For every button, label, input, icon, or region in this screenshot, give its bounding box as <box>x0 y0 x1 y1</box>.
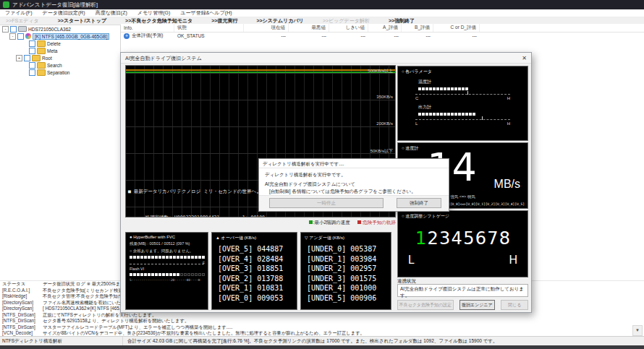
cd-eval-value: --- <box>433 32 480 40</box>
pause-button: 一時停止 <box>269 198 384 208</box>
buffer-remaining: 残量(MB) : 00501 / 00512 (097 %) <box>126 241 208 246</box>
popup-message: ディレクトリ構造解析を実行中です。 <box>265 172 346 178</box>
y-label-500: 500KB/s以上 <box>368 68 393 74</box>
over-row: [OVER_1]010831 <box>212 283 297 293</box>
under-values-panel: ▽ アンダー値 (KB/s) [UNDER_0]005387 [UNDER_1]… <box>300 232 391 310</box>
folder-checkbox[interactable] <box>29 62 35 69</box>
legend-green-marker <box>309 220 313 224</box>
scrollbar-down-button[interactable]: ▼ <box>632 325 643 336</box>
expand-icon[interactable]: + <box>16 55 22 61</box>
over-row: [OVER_0]009053 <box>212 293 297 303</box>
current-value: --- <box>244 32 289 40</box>
window-bottom-edge <box>0 345 644 349</box>
tree-node-separation[interactable]: Separation <box>0 69 120 76</box>
legend-red-marker <box>357 220 361 224</box>
bad-sector-settings-button: 不良セクタ危険予知の設定 <box>397 300 454 310</box>
folder-checkbox[interactable] <box>29 69 35 76</box>
over-row: [OVER_2]013788 <box>212 274 297 284</box>
over-title: ▲ オーバー値 (KB/s) <box>212 233 297 241</box>
output-meter-label: 出力計 <box>418 104 528 111</box>
over-row: [OVER_5]044887 <box>212 244 297 254</box>
output-low-label: L <box>415 121 418 126</box>
thermo-low-label: C <box>415 96 418 100</box>
ai-recovery-dialog: AI完全自動ドライブ復旧システム ✕ 500KB/s以上 350KB/s 200… <box>120 52 532 313</box>
tool-start-stop[interactable]: >>スタート/ストップ <box>58 17 106 25</box>
app-icon <box>3 1 9 8</box>
output-gauge <box>418 113 528 116</box>
drive-checkbox[interactable] <box>10 26 17 33</box>
folder-label: Search <box>47 63 62 68</box>
title-bar: アドバンストデータ復旧[論理解析] <box>0 0 644 9</box>
overall-eval-cell: + 全体評価(予測) <box>121 32 174 40</box>
y-label-200: 200KB/s <box>376 121 393 126</box>
log-row: [NTFS_DirScan]マスターファイルレコードテーブル(MFT)より、エラ… <box>0 324 644 331</box>
collapse-icon[interactable]: - <box>9 33 16 40</box>
shift-low-label: L <box>408 254 415 267</box>
popup-about-line: AI完全自動ドライブ復旧システムについて <box>265 181 355 188</box>
folder-checkbox[interactable] <box>29 40 35 47</box>
folder-icon <box>32 55 41 61</box>
volume-icon <box>25 33 31 39</box>
menu-bar: ファイル(F) データ復旧設定(R) 高度な復旧(Z) メモリ管理(G) ユーザ… <box>0 9 644 17</box>
y-label-350: 350KB/s <box>376 95 393 99</box>
shift-gauge-title: ○ 速度調整シフトゲージ <box>398 211 528 220</box>
tree-node-root[interactable]: + Root <box>0 54 120 61</box>
output-high-label: H <box>507 121 510 126</box>
volume-label: [K] NTFS [465.00GB_0GB-465GB] <box>33 33 109 40</box>
menu-memory[interactable]: メモリ管理(G) <box>132 9 176 17</box>
drive-tree: - HDS721050CLA362 - [K] NTFS [465.00GB_0… <box>0 25 121 280</box>
folder-checkbox[interactable] <box>24 55 30 61</box>
tree-node-delete[interactable]: Delete <box>0 40 120 47</box>
b-eval-value: --- <box>402 32 433 40</box>
folder-checkbox[interactable] <box>29 48 35 54</box>
menu-advanced-recovery[interactable]: 高度な復旧(Z) <box>90 9 132 17</box>
hyperbuffer-title: ● HyperBuffer with FVC <box>126 233 208 239</box>
menu-recovery-settings[interactable]: データ復旧設定(R) <box>38 9 90 17</box>
buffer-status: ○ 余裕あります。問題ありません。 <box>126 249 208 254</box>
col-status: 状態 <box>174 24 244 32</box>
recovery-engineer-button[interactable]: 復旧エンジニア <box>459 300 496 310</box>
flash-gauge <box>130 273 208 276</box>
tree-node-search[interactable]: Search <box>0 61 120 69</box>
graph-orange-line <box>126 69 395 71</box>
flash-scale: 5--------------------20------40----H <box>126 278 208 282</box>
col-info: Info. <box>121 24 174 32</box>
tree-node-meta[interactable]: Meta <box>0 47 120 54</box>
over-values-panel: ▲ オーバー値 (KB/s) [OVER_5]044887 [OVER_4]02… <box>211 232 297 310</box>
drive-icon <box>18 26 27 32</box>
legend-speed-label: :最小2階調の速度 <box>313 220 350 225</box>
folder-icon <box>37 62 46 69</box>
folder-label: Delete <box>47 41 61 46</box>
graph-legend: :最小2階調の速度 :危険予知の軌跡 <box>193 220 396 226</box>
thermometer-gauge <box>418 87 528 90</box>
legend-risk-label: :危険予知の軌跡 <box>362 220 396 225</box>
tree-node-volume[interactable]: - [K] NTFS [465.00GB_0GB-465GB] <box>0 33 120 40</box>
menu-help[interactable]: ユーザ登録&ヘルプ(H) <box>175 9 237 17</box>
shift-numbers: 1 2 3 4 5 6 7 8 <box>415 228 510 249</box>
buffer-gauge <box>130 256 208 259</box>
force-quit-button[interactable]: 強制終了 <box>397 198 441 208</box>
tree-node-drive[interactable]: - HDS721050CLA362 <box>0 25 120 33</box>
shift-high-label: H <box>509 254 517 267</box>
under-row: [UNDER_3]001575 <box>301 274 391 284</box>
col-worst: 最悪値 <box>289 24 329 32</box>
prediction-icon: + <box>124 33 130 39</box>
col-current: 現在値 <box>244 24 289 32</box>
col-threshold: しきい値 <box>329 24 368 32</box>
status-bar: NTFSディレクトリ構造解析 合計サイズ 42.03 GB に関して再構築を完了… <box>0 336 644 346</box>
under-row: [UNDER_5]000906 <box>301 293 391 303</box>
tool-fs-editor: >>FSエディタ <box>6 17 39 25</box>
collapse-icon[interactable]: - <box>2 26 9 33</box>
folder-icon <box>37 48 46 54</box>
over-row: [OVER_4]028484 <box>212 254 297 264</box>
info-table-row[interactable]: + 全体評価(予測) OK_STATUS --- --- --- --- ---… <box>121 32 644 40</box>
thermometer-label: 温度計 <box>418 79 528 85</box>
volume-checkbox[interactable] <box>17 33 24 40</box>
log-row: [NTFS_DirScan]セクタ番号:62915158より、ディレクトリ構造解… <box>0 318 644 324</box>
over-row: [OVER_3]018851 <box>212 264 297 274</box>
menu-file[interactable]: ファイル(F) <box>0 9 38 17</box>
close-icon[interactable]: ✕ <box>522 53 527 64</box>
a-eval-value: --- <box>368 32 402 40</box>
dialog-footer: 不良セクタ危険予知の設定 復旧エンジニア 閉じる <box>397 300 528 310</box>
under-title: ▽ アンダー値 (KB/s) <box>301 233 391 241</box>
